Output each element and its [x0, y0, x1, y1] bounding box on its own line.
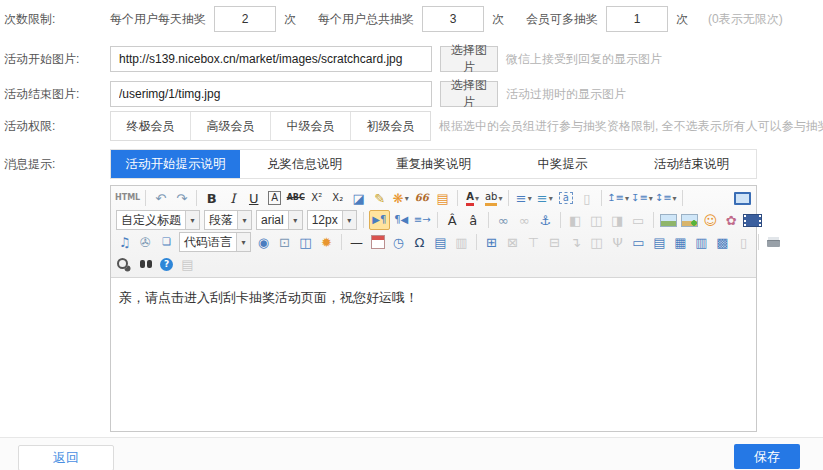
back-button[interactable]: 返回	[18, 445, 114, 470]
per-day-draw-input[interactable]	[214, 6, 276, 32]
tab-repeat-draw[interactable]: 重复抽奖说明	[369, 150, 498, 178]
anchor-label-icon[interactable]: a	[556, 189, 575, 207]
paste-plain-icon[interactable]: ▤	[433, 189, 452, 207]
undo-icon[interactable]: ↶	[151, 189, 170, 207]
rtl-paragraph-button[interactable]: ¶◀	[392, 211, 411, 229]
special-chars-button[interactable]: Ω	[410, 233, 429, 251]
toolbar-separator	[457, 190, 458, 206]
editor-toolbar: HTML↶↷BIUAABCX²X₂◪✎❋▾66▤A▾ab▾≡▾≡▾a▯↥≡▾↧≡…	[111, 186, 756, 278]
permission-hint: 根据选中的会员组进行参与抽奖资格限制, 全不选表示所有人可以参与抽奖	[439, 118, 823, 135]
paragraph-space-top-button[interactable]: ↥≡▾	[607, 189, 629, 207]
template-icon[interactable]: ▤	[431, 233, 450, 251]
search-replace-icon[interactable]	[136, 255, 155, 273]
help-icon[interactable]: ?	[157, 255, 176, 273]
member-level-middle[interactable]: 中级会员	[271, 112, 351, 140]
highlight-color-button[interactable]: ab▾	[484, 189, 503, 207]
tab-redeem-info[interactable]: 兑奖信息说明	[240, 150, 369, 178]
insert-frame-icon[interactable]: ◫	[296, 233, 315, 251]
image-default-icon: ▭	[629, 211, 648, 229]
toolbar-separator	[476, 234, 477, 250]
save-button[interactable]: 保存	[734, 444, 800, 469]
blockquote-button[interactable]: 66	[412, 189, 431, 207]
unordered-list-button[interactable]: ≡▾	[535, 189, 554, 207]
flash-icon[interactable]: ✹	[317, 233, 336, 251]
rich-text-editor: HTML↶↷BIUAABCX²X₂◪✎❋▾66▤A▾ab▾≡▾≡▾a▯↥≡▾↧≡…	[110, 185, 757, 432]
insert-date-icon[interactable]	[368, 233, 387, 251]
insert-music-icon[interactable]: ♫	[115, 233, 134, 251]
source-code-button[interactable]: HTML	[115, 189, 140, 207]
format-painter-icon[interactable]: ✎	[370, 189, 389, 207]
auto-typeset-icon[interactable]: ❋▾	[391, 189, 410, 207]
to-lowercase-icon[interactable]: â	[464, 211, 483, 229]
attachment-icon[interactable]: ✇	[136, 233, 155, 251]
horizontal-rule-button[interactable]: —	[347, 233, 366, 251]
member-level-junior[interactable]: 初级会员	[351, 112, 430, 140]
member-extra-draw-input[interactable]	[606, 6, 668, 32]
paragraph-space-bottom-button[interactable]: ↧≡▾	[631, 189, 653, 207]
fullscreen-icon[interactable]	[733, 189, 752, 207]
bold-button[interactable]: B	[202, 189, 221, 207]
preview-icon[interactable]	[115, 255, 134, 273]
link-icon[interactable]: ∞	[494, 211, 513, 229]
image-float-left-icon: ◧	[566, 211, 585, 229]
merge-right-icon[interactable]: ▭	[629, 233, 648, 251]
superscript-button[interactable]: X²	[307, 189, 326, 207]
split-rows-icon[interactable]: ▦	[671, 233, 690, 251]
line-height-button[interactable]: ↕≡▾	[655, 189, 677, 207]
insert-video-icon[interactable]	[743, 211, 762, 229]
insert-code-icon[interactable]: ❏	[157, 233, 176, 251]
code-language-select[interactable]: 代码语言▾	[179, 232, 251, 252]
end-image-label: 活动结束图片:	[0, 86, 110, 103]
permission-row: 活动权限: 终极会员 高级会员 中级会员 初级会员 根据选中的会员组进行参与抽奖…	[0, 112, 823, 140]
editor-content[interactable]: 亲，请点击进入刮刮卡抽奖活动页面，祝您好运哦！	[111, 278, 756, 431]
insert-image-icon[interactable]	[659, 211, 678, 229]
start-image-input[interactable]	[110, 46, 432, 72]
end-image-pick-button[interactable]: 选择图片	[440, 81, 498, 107]
tab-activity-start-tip[interactable]: 活动开始提示说明	[111, 150, 240, 178]
font-size-select[interactable]: 12px▾	[307, 210, 357, 230]
end-image-hint: 活动过期时的显示图片	[506, 86, 626, 103]
new-doc-icon: ▯	[577, 189, 596, 207]
emotion-icon[interactable]: ☺	[701, 211, 720, 229]
ordered-list-button[interactable]: ≡▾	[514, 189, 533, 207]
font-family-select[interactable]: arial▾	[256, 210, 303, 230]
start-image-pick-button[interactable]: 选择图片	[440, 46, 498, 72]
delete-table-icon: ⊠	[503, 233, 522, 251]
screenshot-icon[interactable]	[680, 211, 699, 229]
underline-button[interactable]: U	[244, 189, 263, 207]
tab-win-tip[interactable]: 中奖提示	[498, 150, 627, 178]
member-level-ultimate[interactable]: 终极会员	[111, 112, 191, 140]
split-cols-icon[interactable]: ▥	[692, 233, 711, 251]
indent-button[interactable]: ≡→	[413, 211, 432, 229]
anchor-icon[interactable]: ⚓	[536, 211, 555, 229]
tab-activity-end[interactable]: 活动结束说明	[627, 150, 756, 178]
ltr-paragraph-button[interactable]: ▶¶	[369, 210, 390, 230]
to-uppercase-icon[interactable]: Â	[443, 211, 462, 229]
map-icon[interactable]: ◉	[254, 233, 273, 251]
chevron-down-icon: ▾	[185, 211, 199, 229]
custom-title-select[interactable]: 自定义标题▾	[116, 210, 200, 230]
google-map-icon[interactable]: ⊡	[275, 233, 294, 251]
strikethrough-button[interactable]: ABC	[286, 189, 305, 207]
table-sort-icon[interactable]: ▩	[713, 233, 732, 251]
member-extra-field-label: 会员可多抽奖	[526, 11, 598, 28]
font-color-button[interactable]: A▾	[463, 189, 482, 207]
per-day-unit: 次	[284, 11, 296, 28]
scrawl-icon[interactable]: ✿	[722, 211, 741, 229]
print-icon[interactable]	[764, 233, 783, 251]
member-level-senior[interactable]: 高级会员	[191, 112, 271, 140]
redo-icon[interactable]: ↷	[172, 189, 191, 207]
paragraph-format-select[interactable]: 段落▾	[204, 210, 252, 230]
end-image-input[interactable]	[110, 81, 432, 107]
insert-time-icon[interactable]: ◷	[389, 233, 408, 251]
remove-format-icon[interactable]: ◪	[349, 189, 368, 207]
italic-button[interactable]: I	[223, 189, 242, 207]
total-draw-input[interactable]	[422, 6, 484, 32]
merge-down-icon[interactable]: ▤	[650, 233, 669, 251]
subscript-button[interactable]: X₂	[328, 189, 347, 207]
start-image-label: 活动开始图片:	[0, 51, 110, 68]
chevron-down-icon: ▾	[236, 233, 250, 251]
toolbar-separator	[196, 190, 197, 206]
insert-table-icon[interactable]: ⊞	[482, 233, 501, 251]
font-border-button[interactable]: A	[265, 189, 284, 207]
